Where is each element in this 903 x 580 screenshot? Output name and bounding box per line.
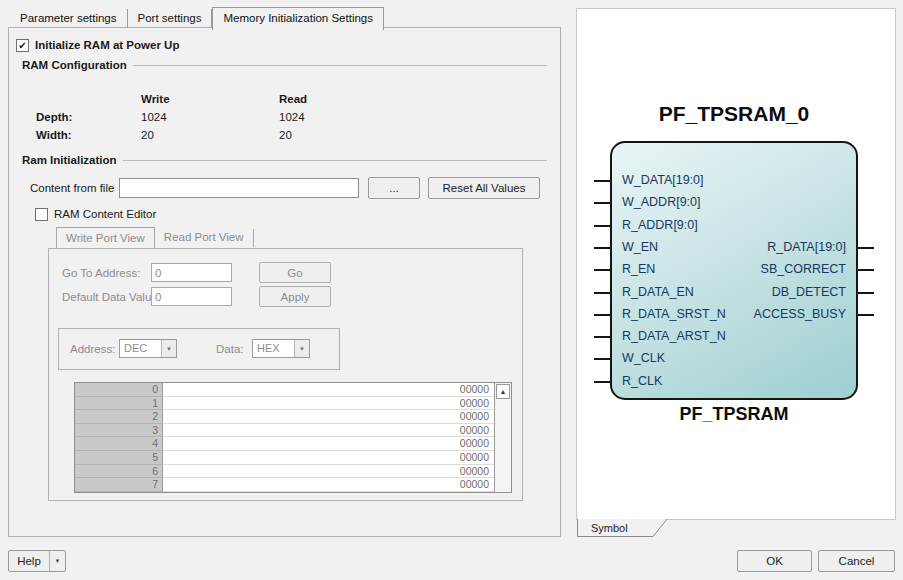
default-data-value-label: Default Data Value:: [62, 291, 161, 303]
table-row[interactable]: 0 00000: [75, 383, 494, 397]
apply-button[interactable]: Apply: [259, 286, 331, 307]
content-from-file-input[interactable]: [119, 178, 359, 198]
pf-tpsram-configurator-dialog: Parameter settings Port settings Memory …: [0, 0, 903, 580]
go-to-address-label: Go To Address:: [62, 267, 140, 279]
tab-port-settings[interactable]: Port settings: [128, 9, 213, 28]
tab-read-port-view[interactable]: Read Port View: [155, 229, 254, 247]
init-ram-checkbox[interactable]: ✔: [16, 39, 29, 52]
row-value[interactable]: 00000: [163, 478, 494, 492]
ram-content-editor-checkbox[interactable]: [35, 208, 48, 221]
address-format-label: Address:: [70, 343, 115, 355]
ram-initialization-group: Ram Initialization: [22, 154, 547, 166]
width-label: Width:: [36, 129, 72, 141]
reset-all-values-button[interactable]: Reset All Values: [428, 177, 540, 199]
ram-content-editor-checkbox-label: RAM Content Editor: [54, 208, 156, 221]
data-format-label: Data:: [216, 343, 244, 355]
init-ram-checkbox-label: Initialize RAM at Power Up: [35, 39, 179, 52]
chevron-down-icon: ▼: [161, 340, 176, 357]
symbol-tab-label: Symbol: [591, 522, 628, 534]
help-button[interactable]: Help ▼: [8, 550, 66, 572]
help-button-label: Help: [9, 551, 49, 571]
port-r-clk: R_CLK: [622, 370, 662, 392]
table-scrollbar[interactable]: ▲: [494, 383, 511, 492]
table-row[interactable]: 5 00000: [75, 451, 494, 465]
tpsram-symbol-block: W_DATA[19:0] W_ADDR[9:0] R_ADDR[9:0] W_E…: [610, 141, 858, 400]
port-w-clk: W_CLK: [622, 347, 665, 369]
address-format-select[interactable]: DEC ▼: [119, 339, 177, 358]
data-format-select[interactable]: HEX ▼: [252, 339, 310, 358]
memory-table-rows: 0 00000 1 00000 2 00000 3 00000 4 00000 …: [75, 383, 494, 492]
go-to-address-input[interactable]: [151, 263, 232, 282]
port-db-detect: DB_DETECT: [772, 281, 846, 303]
depth-read-value: 1024: [279, 111, 305, 123]
table-row[interactable]: 2 00000: [75, 410, 494, 424]
check-icon: ✔: [18, 41, 26, 51]
table-row[interactable]: 6 00000: [75, 465, 494, 479]
tab-write-port-view[interactable]: Write Port View: [56, 227, 155, 248]
port-r-addr: R_ADDR[9:0]: [622, 214, 698, 236]
row-value[interactable]: 00000: [163, 451, 494, 465]
table-row[interactable]: 3 00000: [75, 424, 494, 438]
row-value[interactable]: 00000: [163, 410, 494, 424]
row-value[interactable]: 00000: [163, 437, 494, 451]
port-sb-correct: SB_CORRECT: [761, 258, 846, 280]
port-w-en: W_EN: [622, 236, 658, 258]
address-format-value: DEC: [120, 340, 161, 357]
chevron-down-icon: ▼: [294, 340, 309, 357]
port-w-addr: W_ADDR[9:0]: [622, 191, 701, 213]
ram-initialization-title: Ram Initialization: [22, 154, 117, 166]
ram-configuration-group: RAM Configuration: [22, 59, 547, 71]
port-view-tab-bar: Write Port View Read Port View: [56, 227, 254, 247]
port-r-data: R_DATA[19:0]: [767, 236, 846, 258]
depth-label: Depth:: [36, 111, 72, 123]
row-value[interactable]: 00000: [163, 397, 494, 411]
scroll-up-icon[interactable]: ▲: [496, 384, 510, 399]
row-address: 4: [75, 437, 163, 451]
row-value[interactable]: 00000: [163, 383, 494, 397]
row-address: 0: [75, 383, 163, 397]
port-r-en: R_EN: [622, 258, 655, 280]
row-address: 3: [75, 424, 163, 438]
instance-name-label: PF_TPSRAM_0: [610, 102, 858, 126]
row-address: 7: [75, 478, 163, 492]
memory-content-table: 0 00000 1 00000 2 00000 3 00000 4 00000 …: [74, 382, 512, 493]
content-from-file-label: Content from file: [30, 182, 114, 194]
settings-tab-bar: Parameter settings Port settings Memory …: [10, 7, 384, 28]
symbol-tab[interactable]: Symbol: [577, 519, 673, 538]
browse-file-button[interactable]: ...: [368, 177, 420, 199]
tab-parameter-settings[interactable]: Parameter settings: [10, 9, 128, 28]
component-name-label: PF_TPSRAM: [610, 404, 858, 425]
row-address: 5: [75, 451, 163, 465]
go-button[interactable]: Go: [259, 262, 331, 283]
port-access-busy: ACCESS_BUSY: [754, 303, 846, 325]
ram-configuration-title: RAM Configuration: [22, 59, 127, 71]
col-header-write: Write: [141, 93, 170, 105]
default-data-value-input[interactable]: [151, 287, 232, 306]
port-r-data-srst-n: R_DATA_SRST_N: [622, 303, 726, 325]
port-r-data-en: R_DATA_EN: [622, 281, 694, 303]
table-row[interactable]: 7 00000: [75, 478, 494, 492]
table-row[interactable]: 1 00000: [75, 397, 494, 411]
port-r-data-arst-n: R_DATA_ARST_N: [622, 325, 726, 347]
row-address: 1: [75, 397, 163, 411]
depth-write-value: 1024: [141, 111, 167, 123]
table-row[interactable]: 4 00000: [75, 437, 494, 451]
tab-memory-initialization-settings[interactable]: Memory Initialization Settings: [212, 7, 384, 30]
col-header-read: Read: [279, 93, 307, 105]
row-address: 2: [75, 410, 163, 424]
ok-button[interactable]: OK: [737, 550, 812, 572]
cancel-button[interactable]: Cancel: [818, 550, 895, 572]
row-value[interactable]: 00000: [163, 465, 494, 479]
row-value[interactable]: 00000: [163, 424, 494, 438]
data-format-value: HEX: [253, 340, 294, 357]
row-address: 6: [75, 465, 163, 479]
port-w-data: W_DATA[19:0]: [622, 169, 704, 191]
chevron-down-icon[interactable]: ▼: [49, 551, 65, 571]
width-write-value: 20: [141, 129, 154, 141]
width-read-value: 20: [279, 129, 292, 141]
